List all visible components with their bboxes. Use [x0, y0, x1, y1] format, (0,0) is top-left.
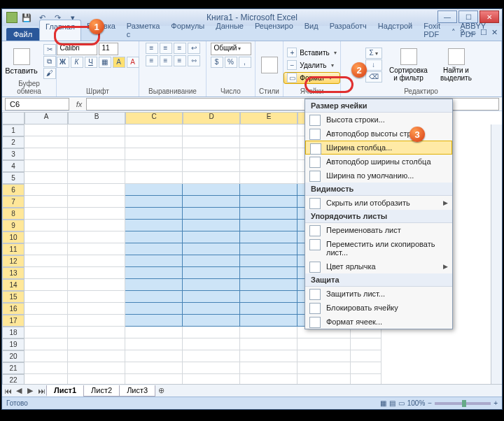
cell[interactable]: [68, 338, 125, 350]
menu-item[interactable]: Цвет ярлычка▶: [305, 259, 452, 273]
cell[interactable]: [351, 338, 382, 350]
cell[interactable]: [183, 220, 240, 231]
cell[interactable]: [183, 350, 240, 362]
fill-color-button[interactable]: A: [113, 57, 125, 68]
fx-icon[interactable]: fx: [72, 100, 86, 108]
font-color-button[interactable]: A: [127, 57, 139, 68]
cell[interactable]: [125, 148, 183, 160]
cell[interactable]: [240, 267, 298, 279]
row-header-2[interactable]: 2: [2, 136, 24, 148]
cell[interactable]: [183, 338, 240, 350]
cell[interactable]: [240, 220, 298, 231]
find-select-button[interactable]: Найти и выделить: [435, 47, 477, 83]
cell[interactable]: [125, 315, 183, 327]
cell[interactable]: [240, 279, 298, 291]
cell[interactable]: [68, 220, 125, 231]
sheet-nav-prev-icon[interactable]: ◀: [13, 386, 24, 395]
cell[interactable]: [24, 315, 68, 327]
cell[interactable]: [240, 231, 298, 243]
cell[interactable]: [125, 172, 183, 184]
cell[interactable]: [240, 243, 298, 255]
cell[interactable]: [183, 315, 240, 327]
ribbon-tab-9[interactable]: Foxit PDF: [418, 20, 454, 41]
zoom-in-button[interactable]: +: [493, 399, 498, 407]
cell[interactable]: [24, 148, 68, 160]
save-icon[interactable]: 💾: [20, 11, 33, 24]
menu-item[interactable]: Защитить лист...: [305, 287, 452, 301]
cell[interactable]: [68, 267, 125, 279]
cell[interactable]: [183, 172, 240, 184]
cell[interactable]: [125, 243, 183, 255]
comma-icon[interactable]: ,: [239, 57, 251, 68]
cell[interactable]: [183, 255, 240, 267]
row-header-5[interactable]: 5: [2, 172, 24, 184]
cell[interactable]: [183, 231, 240, 243]
cell[interactable]: [68, 303, 125, 315]
cell[interactable]: [183, 148, 240, 160]
font-name-combo[interactable]: Calibri: [57, 43, 97, 55]
row-header-1[interactable]: 1: [2, 124, 24, 136]
cell[interactable]: [240, 303, 298, 315]
cell[interactable]: [240, 160, 298, 172]
paste-button[interactable]: Вставить: [2, 47, 41, 76]
cell[interactable]: [240, 124, 298, 136]
cell[interactable]: [125, 279, 183, 291]
cell[interactable]: [240, 184, 298, 196]
row-header-17[interactable]: 17: [2, 315, 24, 327]
view-layout-icon[interactable]: ▤: [389, 399, 396, 407]
cell[interactable]: [68, 315, 125, 327]
col-header-B[interactable]: B: [68, 112, 125, 124]
cell[interactable]: [68, 362, 125, 374]
row-header-14[interactable]: 14: [2, 279, 24, 291]
help-icon[interactable]: ?: [460, 28, 464, 37]
sheet-tab-0[interactable]: Лист1: [46, 385, 84, 397]
menu-item[interactable]: Высота строки...: [305, 113, 452, 127]
row-header-18[interactable]: 18: [2, 327, 24, 338]
cell[interactable]: [24, 303, 68, 315]
cell[interactable]: [24, 172, 68, 184]
cell[interactable]: [240, 374, 298, 384]
autosum-button[interactable]: Σ: [365, 48, 382, 59]
ribbon-tab-4[interactable]: Данные: [210, 20, 249, 41]
ribbon-tab-3[interactable]: Формулы: [165, 20, 210, 41]
cell[interactable]: [183, 267, 240, 279]
row-header-12[interactable]: 12: [2, 255, 24, 267]
sheet-nav-last-icon[interactable]: ⏭: [36, 387, 47, 395]
cell[interactable]: [240, 196, 298, 208]
cell[interactable]: [24, 184, 68, 196]
row-header-16[interactable]: 16: [2, 303, 24, 315]
cell[interactable]: [298, 374, 351, 384]
sheet-nav-first-icon[interactable]: ⏮: [2, 387, 13, 395]
percent-icon[interactable]: %: [225, 57, 237, 68]
cell[interactable]: [68, 291, 125, 303]
doc-restore-icon[interactable]: ☐: [480, 28, 487, 37]
cell[interactable]: [125, 160, 183, 172]
cell[interactable]: [183, 196, 240, 208]
cell[interactable]: [125, 231, 183, 243]
cell[interactable]: [125, 124, 183, 136]
doc-close-icon[interactable]: ✕: [491, 28, 498, 37]
vertical-scrollbar[interactable]: [491, 124, 502, 384]
cell[interactable]: [68, 350, 125, 362]
sheet-tab-1[interactable]: Лист2: [83, 385, 120, 397]
cell[interactable]: [240, 208, 298, 220]
view-break-icon[interactable]: ▭: [398, 399, 405, 407]
name-box[interactable]: [5, 98, 69, 110]
align-middle-icon[interactable]: ≡: [160, 43, 172, 54]
cell[interactable]: [240, 172, 298, 184]
row-header-8[interactable]: 8: [2, 208, 24, 220]
menu-item[interactable]: Автоподбор ширины столбца: [305, 155, 452, 169]
cell[interactable]: [68, 374, 125, 384]
menu-item[interactable]: Ширина столбца...: [305, 141, 452, 155]
row-header-9[interactable]: 9: [2, 220, 24, 231]
bold-button[interactable]: Ж: [57, 57, 69, 68]
col-header-C[interactable]: C: [125, 112, 183, 124]
merge-icon[interactable]: ⇿: [188, 55, 200, 66]
col-header-A[interactable]: A: [24, 112, 68, 124]
cell[interactable]: [68, 124, 125, 136]
sort-filter-button[interactable]: Сортировка и фильтр: [386, 47, 431, 83]
menu-item[interactable]: Формат ячеек...: [305, 315, 452, 329]
cell[interactable]: [125, 303, 183, 315]
cell[interactable]: [24, 279, 68, 291]
row-header-3[interactable]: 3: [2, 148, 24, 160]
